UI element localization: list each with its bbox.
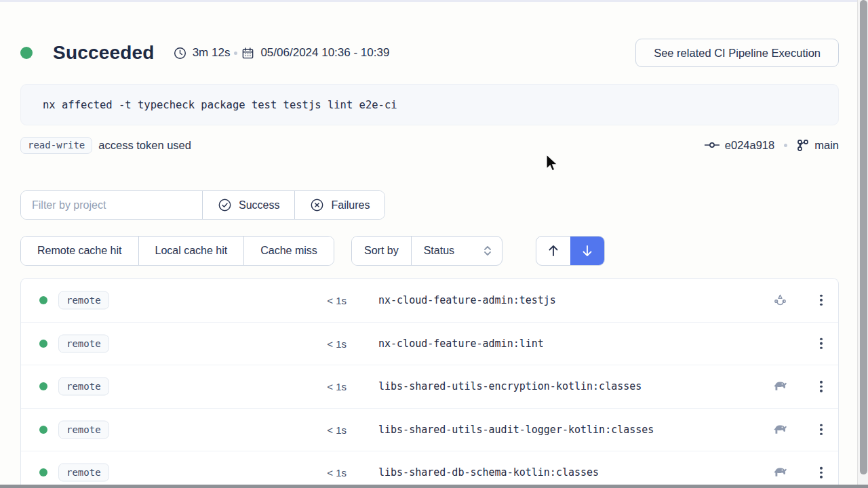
failures-filter-button[interactable]: Failures bbox=[294, 191, 384, 219]
task-name[interactable]: libs-shared-utils-audit-logger-kotlin:cl… bbox=[378, 424, 654, 436]
filter-group: Success Failures bbox=[20, 190, 385, 220]
task-name[interactable]: libs-shared-db-schema-kotlin:classes bbox=[378, 466, 599, 479]
page-title: Succeeded bbox=[53, 42, 155, 64]
x-circle-icon bbox=[310, 198, 324, 212]
task-duration: < 1s bbox=[289, 424, 347, 435]
task-duration: < 1s bbox=[289, 294, 347, 306]
task-status-dot bbox=[39, 468, 47, 476]
task-name[interactable]: libs-shared-utils-encryption-kotlin:clas… bbox=[378, 380, 642, 392]
sort-group: Sort by Status bbox=[351, 236, 502, 266]
gradle-icon bbox=[770, 467, 789, 479]
run-header: Succeeded 3m 12s 05/06/2024 10:36 - 10:3… bbox=[20, 38, 839, 68]
gradle-icon bbox=[770, 424, 789, 435]
commit-icon bbox=[705, 140, 719, 150]
run-details-page: Succeeded 3m 12s 05/06/2024 10:36 - 10:3… bbox=[20, 0, 839, 488]
filter-by-project-input[interactable] bbox=[21, 191, 202, 219]
task-menu-button[interactable] bbox=[814, 422, 828, 439]
date-meta: 05/06/2024 10:36 - 10:39 bbox=[241, 46, 389, 60]
sort-descending-button[interactable] bbox=[570, 237, 604, 265]
task-menu-button[interactable] bbox=[814, 292, 828, 309]
task-row[interactable]: remote < 1s libs-shared-utils-encryption… bbox=[21, 365, 838, 408]
arrow-down-icon bbox=[581, 244, 593, 258]
vcs-info: e024a918 main bbox=[705, 139, 839, 152]
sort-ascending-button[interactable] bbox=[536, 237, 570, 265]
sort-direction-group bbox=[536, 236, 605, 266]
task-status-dot bbox=[39, 382, 47, 390]
select-chevrons-icon bbox=[483, 245, 492, 257]
task-row[interactable]: remote < 1s libs-shared-db-schema-kotlin… bbox=[21, 451, 838, 488]
date-range-text: 05/06/2024 10:36 - 10:39 bbox=[260, 46, 389, 60]
calendar-icon bbox=[241, 47, 254, 60]
token-row: read-write access token used e024a918 ma… bbox=[20, 135, 839, 155]
scrollbar bbox=[857, 0, 868, 488]
task-duration: < 1s bbox=[289, 381, 347, 392]
cache-source-badge: remote bbox=[58, 464, 109, 482]
task-name[interactable]: nx-cloud-feature-admin:lint bbox=[378, 338, 544, 350]
arrow-up-icon bbox=[547, 244, 559, 258]
success-filter-button[interactable]: Success bbox=[202, 191, 294, 219]
status-dot bbox=[20, 47, 33, 59]
cache-filter-group: Remote cache hit Local cache hit Cache m… bbox=[20, 236, 334, 266]
command-text: nx affected -t typecheck package test te… bbox=[43, 99, 397, 111]
commit-sha[interactable]: e024a918 bbox=[725, 139, 774, 152]
duration-meta: 3m 12s bbox=[174, 46, 231, 60]
local-cache-hit-button[interactable]: Local cache hit bbox=[138, 237, 244, 265]
task-status-dot bbox=[39, 296, 47, 304]
token-scope-badge: read-write bbox=[20, 137, 92, 154]
list-toolbar: Remote cache hit Local cache hit Cache m… bbox=[20, 236, 839, 266]
separator-dot bbox=[234, 52, 237, 55]
separator-dot bbox=[784, 144, 787, 147]
cache-miss-button[interactable]: Cache miss bbox=[243, 237, 334, 265]
task-row[interactable]: remote < 1s nx-cloud-feature-admin:testj… bbox=[21, 279, 838, 322]
sort-field-select[interactable]: Status bbox=[411, 237, 502, 265]
task-row[interactable]: remote < 1s libs-shared-utils-audit-logg… bbox=[21, 408, 838, 451]
command-box: nx affected -t typecheck package test te… bbox=[20, 84, 839, 125]
scrollbar-thumb[interactable] bbox=[860, 0, 867, 474]
task-duration: < 1s bbox=[289, 338, 347, 349]
task-status-dot bbox=[39, 426, 47, 434]
clock-icon bbox=[174, 47, 186, 60]
cache-source-badge: remote bbox=[58, 291, 109, 309]
filter-bar: Success Failures bbox=[20, 190, 385, 220]
task-name[interactable]: nx-cloud-feature-admin:testjs bbox=[378, 294, 556, 306]
remote-cache-hit-button[interactable]: Remote cache hit bbox=[21, 237, 138, 265]
task-menu-button[interactable] bbox=[814, 336, 828, 352]
sort-field-value: Status bbox=[424, 245, 454, 257]
cache-source-badge: remote bbox=[58, 334, 109, 352]
gradle-icon bbox=[770, 381, 789, 392]
cache-source-badge: remote bbox=[58, 378, 109, 396]
branch-icon bbox=[797, 139, 809, 152]
token-text: access token used bbox=[98, 139, 191, 152]
task-menu-button[interactable] bbox=[814, 464, 828, 481]
success-filter-label: Success bbox=[239, 199, 279, 211]
duration-text: 3m 12s bbox=[193, 46, 231, 60]
bottom-window-edge bbox=[0, 485, 868, 488]
task-duration: < 1s bbox=[289, 467, 347, 479]
sort-by-label: Sort by bbox=[352, 237, 411, 265]
cache-source-badge: remote bbox=[58, 420, 109, 439]
task-status-dot bbox=[39, 340, 47, 348]
task-row[interactable]: remote < 1s nx-cloud-feature-admin:lint bbox=[21, 322, 838, 365]
check-circle-icon bbox=[218, 198, 232, 212]
jest-icon bbox=[770, 293, 789, 307]
see-related-pipeline-button[interactable]: See related CI Pipeline Execution bbox=[635, 39, 839, 67]
task-list: remote < 1s nx-cloud-feature-admin:testj… bbox=[20, 278, 839, 488]
task-menu-button[interactable] bbox=[814, 378, 828, 395]
branch-name[interactable]: main bbox=[814, 139, 839, 152]
failures-filter-label: Failures bbox=[331, 199, 370, 211]
